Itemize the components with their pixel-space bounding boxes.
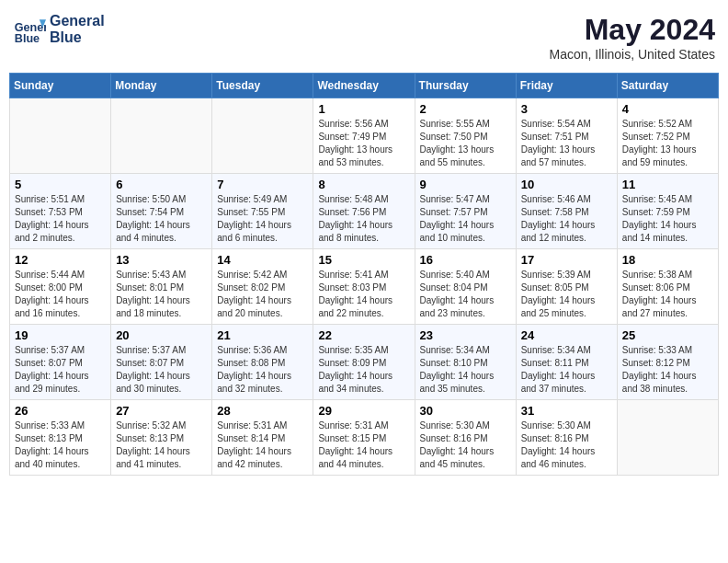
calendar-cell bbox=[10, 98, 111, 174]
calendar-cell: 4Sunrise: 5:52 AM Sunset: 7:52 PM Daylig… bbox=[617, 98, 718, 174]
calendar-cell: 8Sunrise: 5:48 AM Sunset: 7:56 PM Daylig… bbox=[313, 174, 415, 249]
day-number: 14 bbox=[217, 253, 308, 267]
calendar-cell: 23Sunrise: 5:34 AM Sunset: 8:10 PM Dayli… bbox=[415, 325, 516, 400]
calendar-cell: 1Sunrise: 5:56 AM Sunset: 7:49 PM Daylig… bbox=[313, 98, 415, 174]
calendar-cell: 17Sunrise: 5:39 AM Sunset: 8:05 PM Dayli… bbox=[516, 249, 617, 325]
day-info: Sunrise: 5:40 AM Sunset: 8:04 PM Dayligh… bbox=[420, 269, 511, 320]
calendar-cell: 7Sunrise: 5:49 AM Sunset: 7:55 PM Daylig… bbox=[212, 174, 313, 249]
week-row-4: 19Sunrise: 5:37 AM Sunset: 8:07 PM Dayli… bbox=[10, 325, 719, 400]
day-info: Sunrise: 5:39 AM Sunset: 8:05 PM Dayligh… bbox=[521, 269, 612, 320]
calendar-cell: 12Sunrise: 5:44 AM Sunset: 8:00 PM Dayli… bbox=[10, 249, 111, 325]
day-info: Sunrise: 5:33 AM Sunset: 8:13 PM Dayligh… bbox=[15, 419, 106, 471]
day-number: 3 bbox=[521, 102, 612, 116]
day-info: Sunrise: 5:37 AM Sunset: 8:07 PM Dayligh… bbox=[116, 344, 207, 396]
calendar-cell: 15Sunrise: 5:41 AM Sunset: 8:03 PM Dayli… bbox=[313, 249, 415, 325]
day-info: Sunrise: 5:34 AM Sunset: 8:11 PM Dayligh… bbox=[521, 344, 612, 396]
calendar-cell: 6Sunrise: 5:50 AM Sunset: 7:54 PM Daylig… bbox=[111, 174, 212, 249]
day-info: Sunrise: 5:41 AM Sunset: 8:03 PM Dayligh… bbox=[318, 269, 409, 320]
calendar-cell bbox=[111, 98, 212, 174]
calendar-cell bbox=[212, 98, 313, 174]
day-number: 28 bbox=[217, 404, 308, 418]
calendar-cell: 24Sunrise: 5:34 AM Sunset: 8:11 PM Dayli… bbox=[516, 325, 617, 400]
calendar-cell: 9Sunrise: 5:47 AM Sunset: 7:57 PM Daylig… bbox=[415, 174, 516, 249]
calendar-cell: 13Sunrise: 5:43 AM Sunset: 8:01 PM Dayli… bbox=[111, 249, 212, 325]
day-info: Sunrise: 5:43 AM Sunset: 8:01 PM Dayligh… bbox=[116, 269, 207, 320]
day-header-friday: Friday bbox=[516, 74, 617, 98]
day-info: Sunrise: 5:38 AM Sunset: 8:06 PM Dayligh… bbox=[622, 269, 713, 320]
calendar-cell: 3Sunrise: 5:54 AM Sunset: 7:51 PM Daylig… bbox=[516, 98, 617, 174]
week-row-1: 1Sunrise: 5:56 AM Sunset: 7:49 PM Daylig… bbox=[10, 98, 719, 174]
day-info: Sunrise: 5:47 AM Sunset: 7:57 PM Dayligh… bbox=[420, 193, 511, 245]
logo-blue: Blue bbox=[50, 29, 105, 46]
day-number: 12 bbox=[15, 253, 106, 267]
day-info: Sunrise: 5:56 AM Sunset: 7:49 PM Dayligh… bbox=[318, 118, 409, 169]
day-info: Sunrise: 5:32 AM Sunset: 8:13 PM Dayligh… bbox=[116, 419, 207, 471]
day-info: Sunrise: 5:31 AM Sunset: 8:14 PM Dayligh… bbox=[217, 419, 308, 471]
day-info: Sunrise: 5:54 AM Sunset: 7:51 PM Dayligh… bbox=[521, 118, 612, 169]
calendar-cell: 5Sunrise: 5:51 AM Sunset: 7:53 PM Daylig… bbox=[10, 174, 111, 249]
day-header-wednesday: Wednesday bbox=[313, 74, 415, 98]
day-number: 4 bbox=[622, 102, 713, 116]
logo-general: General bbox=[50, 13, 105, 29]
calendar-cell: 2Sunrise: 5:55 AM Sunset: 7:50 PM Daylig… bbox=[415, 98, 516, 174]
calendar-cell: 31Sunrise: 5:30 AM Sunset: 8:16 PM Dayli… bbox=[516, 400, 617, 476]
day-number: 20 bbox=[116, 328, 207, 342]
week-row-3: 12Sunrise: 5:44 AM Sunset: 8:00 PM Dayli… bbox=[10, 249, 719, 325]
calendar-cell: 26Sunrise: 5:33 AM Sunset: 8:13 PM Dayli… bbox=[10, 400, 111, 476]
calendar-cell: 25Sunrise: 5:33 AM Sunset: 8:12 PM Dayli… bbox=[617, 325, 718, 400]
day-info: Sunrise: 5:34 AM Sunset: 8:10 PM Dayligh… bbox=[420, 344, 511, 396]
day-number: 15 bbox=[318, 253, 409, 267]
day-number: 22 bbox=[318, 328, 409, 342]
calendar-cell: 28Sunrise: 5:31 AM Sunset: 8:14 PM Dayli… bbox=[212, 400, 313, 476]
day-number: 1 bbox=[318, 102, 409, 116]
day-number: 13 bbox=[116, 253, 207, 267]
calendar-cell: 29Sunrise: 5:31 AM Sunset: 8:15 PM Dayli… bbox=[313, 400, 415, 476]
day-number: 16 bbox=[420, 253, 511, 267]
svg-text:Blue: Blue bbox=[15, 32, 40, 45]
day-header-monday: Monday bbox=[111, 74, 212, 98]
day-number: 6 bbox=[116, 178, 207, 191]
week-row-2: 5Sunrise: 5:51 AM Sunset: 7:53 PM Daylig… bbox=[10, 174, 719, 249]
week-row-5: 26Sunrise: 5:33 AM Sunset: 8:13 PM Dayli… bbox=[10, 400, 719, 476]
day-info: Sunrise: 5:42 AM Sunset: 8:02 PM Dayligh… bbox=[217, 269, 308, 320]
day-info: Sunrise: 5:33 AM Sunset: 8:12 PM Dayligh… bbox=[622, 344, 713, 396]
calendar-table: SundayMondayTuesdayWednesdayThursdayFrid… bbox=[9, 73, 719, 476]
day-number: 2 bbox=[420, 102, 511, 116]
day-info: Sunrise: 5:49 AM Sunset: 7:55 PM Dayligh… bbox=[217, 193, 308, 245]
day-number: 27 bbox=[116, 404, 207, 418]
day-number: 23 bbox=[420, 328, 511, 342]
day-number: 17 bbox=[521, 253, 612, 267]
day-number: 26 bbox=[15, 404, 106, 418]
day-info: Sunrise: 5:52 AM Sunset: 7:52 PM Dayligh… bbox=[622, 118, 713, 169]
logo-icon: General Blue bbox=[13, 13, 46, 46]
day-number: 24 bbox=[521, 328, 612, 342]
page-header: General Blue General Blue May 2024 Macon… bbox=[9, 9, 719, 65]
day-number: 8 bbox=[318, 178, 409, 191]
day-info: Sunrise: 5:31 AM Sunset: 8:15 PM Dayligh… bbox=[318, 419, 409, 471]
calendar-cell: 18Sunrise: 5:38 AM Sunset: 8:06 PM Dayli… bbox=[617, 249, 718, 325]
calendar-cell: 14Sunrise: 5:42 AM Sunset: 8:02 PM Dayli… bbox=[212, 249, 313, 325]
day-number: 19 bbox=[15, 328, 106, 342]
day-info: Sunrise: 5:36 AM Sunset: 8:08 PM Dayligh… bbox=[217, 344, 308, 396]
calendar-cell: 20Sunrise: 5:37 AM Sunset: 8:07 PM Dayli… bbox=[111, 325, 212, 400]
calendar-title: May 2024 bbox=[549, 13, 715, 47]
day-info: Sunrise: 5:44 AM Sunset: 8:00 PM Dayligh… bbox=[15, 269, 106, 320]
calendar-cell: 21Sunrise: 5:36 AM Sunset: 8:08 PM Dayli… bbox=[212, 325, 313, 400]
day-number: 11 bbox=[622, 178, 713, 191]
day-number: 18 bbox=[622, 253, 713, 267]
calendar-cell: 11Sunrise: 5:45 AM Sunset: 7:59 PM Dayli… bbox=[617, 174, 718, 249]
calendar-cell: 19Sunrise: 5:37 AM Sunset: 8:07 PM Dayli… bbox=[10, 325, 111, 400]
day-number: 30 bbox=[420, 404, 511, 418]
logo: General Blue General Blue bbox=[13, 13, 105, 46]
day-header-saturday: Saturday bbox=[617, 74, 718, 98]
day-info: Sunrise: 5:35 AM Sunset: 8:09 PM Dayligh… bbox=[318, 344, 409, 396]
calendar-subtitle: Macon, Illinois, United States bbox=[549, 47, 715, 62]
day-number: 5 bbox=[15, 178, 106, 191]
calendar-cell: 16Sunrise: 5:40 AM Sunset: 8:04 PM Dayli… bbox=[415, 249, 516, 325]
day-info: Sunrise: 5:48 AM Sunset: 7:56 PM Dayligh… bbox=[318, 193, 409, 245]
day-info: Sunrise: 5:50 AM Sunset: 7:54 PM Dayligh… bbox=[116, 193, 207, 245]
calendar-cell: 10Sunrise: 5:46 AM Sunset: 7:58 PM Dayli… bbox=[516, 174, 617, 249]
calendar-cell bbox=[617, 400, 718, 476]
day-number: 31 bbox=[521, 404, 612, 418]
calendar-cell: 22Sunrise: 5:35 AM Sunset: 8:09 PM Dayli… bbox=[313, 325, 415, 400]
